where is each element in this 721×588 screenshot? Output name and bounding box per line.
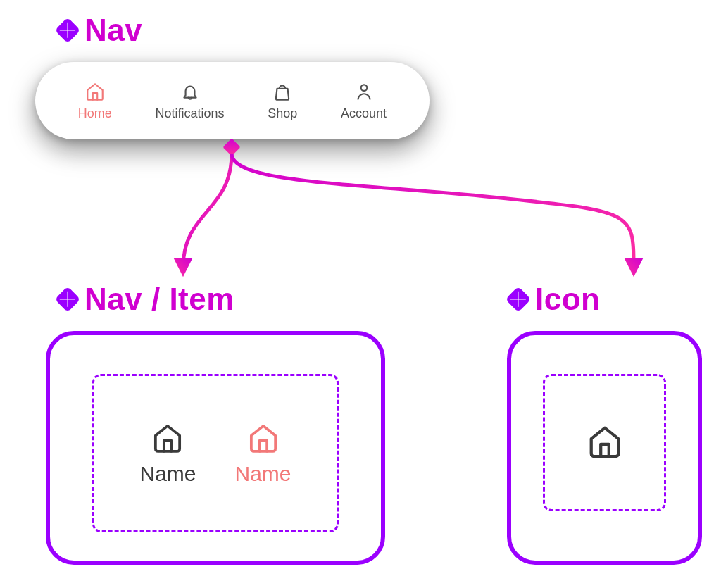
nav-item-account[interactable]: Account — [341, 81, 387, 121]
navitem-heading: Nav / Item — [84, 282, 234, 317]
section-label-navitem: Nav / Item — [56, 282, 234, 317]
nav-item-notifications[interactable]: Notifications — [156, 81, 225, 121]
variant-label: Name — [235, 462, 291, 486]
home-icon — [586, 423, 624, 461]
component-diamond-icon — [56, 19, 79, 42]
nav-item-label: Home — [78, 106, 112, 121]
icon-component-frame — [507, 331, 702, 565]
component-diamond-icon — [56, 288, 79, 311]
component-diamond-icon — [507, 288, 529, 311]
home-icon — [151, 421, 184, 455]
icon-heading: Icon — [535, 282, 600, 317]
home-icon — [246, 421, 280, 455]
navitem-component-frame: Name Name — [46, 331, 385, 565]
nav-item-label: Account — [341, 106, 387, 121]
section-label-nav: Nav — [56, 13, 142, 48]
icon-variant-box — [543, 374, 666, 511]
nav-item-home[interactable]: Home — [78, 81, 112, 121]
icon-variant-default[interactable] — [586, 423, 624, 463]
nav-component: Home Notifications Shop Account — [35, 62, 430, 139]
navitem-variants-box: Name Name — [92, 374, 339, 532]
nav-bar: Home Notifications Shop Account — [35, 62, 430, 139]
nav-item-shop[interactable]: Shop — [268, 81, 297, 121]
section-label-icon: Icon — [507, 282, 600, 317]
nav-heading: Nav — [84, 13, 142, 48]
svg-rect-1 — [222, 138, 240, 156]
user-icon — [353, 81, 375, 102]
bag-icon — [272, 81, 293, 102]
home-icon — [84, 81, 106, 102]
bell-icon — [180, 81, 201, 102]
nav-item-label: Notifications — [156, 106, 225, 121]
navitem-variant-active[interactable]: Name — [235, 421, 291, 486]
nav-item-label: Shop — [268, 106, 297, 121]
navitem-variant-default[interactable]: Name — [139, 421, 196, 486]
variant-label: Name — [139, 462, 196, 486]
